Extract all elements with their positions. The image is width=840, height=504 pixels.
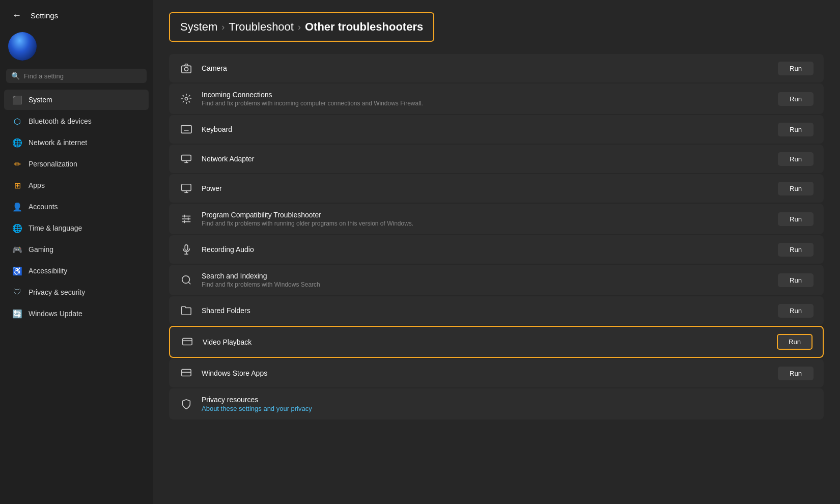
back-button[interactable]: ← [8, 8, 25, 23]
sidebar-item-network[interactable]: 🌐 Network & internet [4, 132, 149, 153]
troubleshooter-incoming-connections: Incoming Connections Find and fix proble… [169, 83, 824, 114]
svg-point-24 [182, 276, 190, 284]
video-playback-icon [180, 335, 194, 349]
incoming-connections-run-button[interactable]: Run [778, 92, 814, 106]
program-compatibility-run-button[interactable]: Run [778, 212, 814, 226]
breadcrumb-troubleshoot: Troubleshoot [229, 20, 294, 34]
search-indexing-title: Search and Indexing [202, 272, 770, 280]
search-indexing-icon [179, 273, 193, 287]
svg-point-2 [185, 97, 188, 100]
privacy-resources-title: Privacy resources [202, 396, 814, 404]
program-compatibility-desc: Find and fix problems with running older… [202, 220, 770, 227]
recording-audio-icon [179, 242, 193, 257]
search-indexing-run-button[interactable]: Run [778, 273, 814, 287]
incoming-connections-title: Incoming Connections [202, 91, 770, 99]
breadcrumb-sep-2: › [298, 22, 301, 33]
gaming-icon: 🎮 [12, 244, 22, 255]
sidebar-item-accounts[interactable]: 👤 Accounts [4, 197, 149, 217]
accounts-icon: 👤 [12, 202, 22, 212]
windows-store-title: Windows Store Apps [202, 369, 770, 377]
video-playback-run-button[interactable]: Run [777, 334, 813, 350]
camera-run-button[interactable]: Run [778, 62, 814, 75]
sidebar-item-label: Apps [29, 181, 45, 189]
sidebar-item-apps[interactable]: ⊞ Apps [4, 175, 149, 195]
breadcrumb-current: Other troubleshooters [305, 20, 423, 34]
apps-icon: ⊞ [12, 180, 22, 190]
network-icon: 🌐 [12, 137, 22, 148]
keyboard-icon [179, 122, 193, 136]
troubleshooter-search-indexing: Search and Indexing Find and fix problem… [169, 265, 824, 295]
privacy-resources-icon [179, 397, 193, 411]
troubleshooter-windows-store-apps: Windows Store Apps Run [169, 359, 824, 387]
sidebar-item-label: Accessibility [29, 267, 67, 275]
sidebar-item-label: Gaming [29, 245, 53, 254]
time-icon: 🌐 [12, 223, 22, 233]
troubleshooter-list: Camera Run Incoming Connections Find and… [169, 54, 824, 419]
power-title: Power [202, 184, 770, 192]
bluetooth-icon: ⬡ [12, 116, 22, 126]
sidebar-item-time[interactable]: 🌐 Time & language [4, 218, 149, 238]
sidebar-item-label: Personalization [29, 160, 77, 168]
troubleshooter-program-compatibility: Program Compatibility Troubleshooter Fin… [169, 204, 824, 234]
camera-title: Camera [202, 64, 770, 72]
sidebar-item-system[interactable]: ⬛ System [4, 90, 149, 110]
sidebar-item-gaming[interactable]: 🎮 Gaming [4, 239, 149, 260]
privacy-icon: 🛡 [12, 287, 22, 297]
sidebar-item-accessibility[interactable]: ♿ Accessibility [4, 261, 149, 281]
main-content: System › Troubleshoot › Other troublesho… [153, 0, 840, 504]
svg-rect-21 [185, 245, 188, 250]
personalization-icon: ✏ [12, 159, 22, 169]
network-adapter-title: Network Adapter [202, 155, 770, 163]
svg-rect-28 [182, 370, 191, 376]
sidebar-item-label: Time & language [29, 224, 82, 232]
sidebar-item-label: Network & internet [29, 138, 87, 147]
sidebar-item-label: Accounts [29, 203, 58, 211]
keyboard-run-button[interactable]: Run [778, 123, 814, 136]
search-icon: 🔍 [11, 72, 20, 80]
breadcrumb-system: System [180, 20, 217, 34]
breadcrumb: System › Troubleshoot › Other troublesho… [169, 12, 434, 42]
network-adapter-icon [179, 152, 193, 166]
privacy-resources-link[interactable]: About these settings and your privacy [202, 405, 814, 412]
troubleshooter-recording-audio: Recording Audio Run [169, 235, 824, 264]
search-bar: 🔍 [6, 69, 147, 83]
svg-rect-26 [183, 338, 192, 345]
shared-folders-title: Shared Folders [202, 306, 770, 315]
svg-line-25 [188, 282, 190, 284]
svg-rect-3 [181, 126, 191, 133]
keyboard-title: Keyboard [202, 125, 770, 133]
recording-audio-title: Recording Audio [202, 245, 770, 254]
sidebar-title: Settings [31, 11, 58, 20]
search-input[interactable] [24, 72, 142, 80]
network-adapter-run-button[interactable]: Run [778, 152, 814, 166]
camera-icon [179, 61, 193, 75]
breadcrumb-sep-1: › [221, 22, 225, 33]
accessibility-icon: ♿ [12, 266, 22, 276]
sidebar: ← Settings 🔍 ⬛ System ⬡ Bluetooth & devi… [0, 0, 153, 504]
troubleshooter-power: Power Run [169, 174, 824, 203]
shared-folders-icon [179, 303, 193, 318]
sidebar-item-personalization[interactable]: ✏ Personalization [4, 154, 149, 174]
incoming-connections-desc: Find and fix problems with incoming comp… [202, 100, 770, 107]
search-indexing-desc: Find and fix problems with Windows Searc… [202, 281, 770, 288]
sidebar-item-label: Windows Update [29, 310, 82, 318]
troubleshooter-keyboard: Keyboard Run [169, 115, 824, 144]
troubleshooter-video-playback: Video Playback Run [169, 326, 824, 358]
recording-audio-run-button[interactable]: Run [778, 243, 814, 257]
windows-store-run-button[interactable]: Run [778, 367, 814, 380]
sidebar-item-update[interactable]: 🔄 Windows Update [4, 303, 149, 324]
shared-folders-run-button[interactable]: Run [778, 304, 814, 318]
sidebar-item-bluetooth[interactable]: ⬡ Bluetooth & devices [4, 111, 149, 131]
system-icon: ⬛ [12, 95, 22, 105]
troubleshooter-shared-folders: Shared Folders Run [169, 296, 824, 325]
sidebar-item-label: System [29, 96, 52, 104]
sidebar-header: ← Settings [0, 0, 153, 27]
svg-rect-9 [182, 155, 191, 161]
troubleshooter-camera: Camera Run [169, 54, 824, 82]
video-playback-title: Video Playback [203, 338, 769, 346]
sidebar-item-privacy[interactable]: 🛡 Privacy & security [4, 282, 149, 302]
incoming-connections-icon [179, 92, 193, 106]
windows-store-icon [179, 366, 193, 380]
privacy-resources-row: Privacy resources About these settings a… [169, 388, 824, 419]
power-run-button[interactable]: Run [778, 182, 814, 195]
